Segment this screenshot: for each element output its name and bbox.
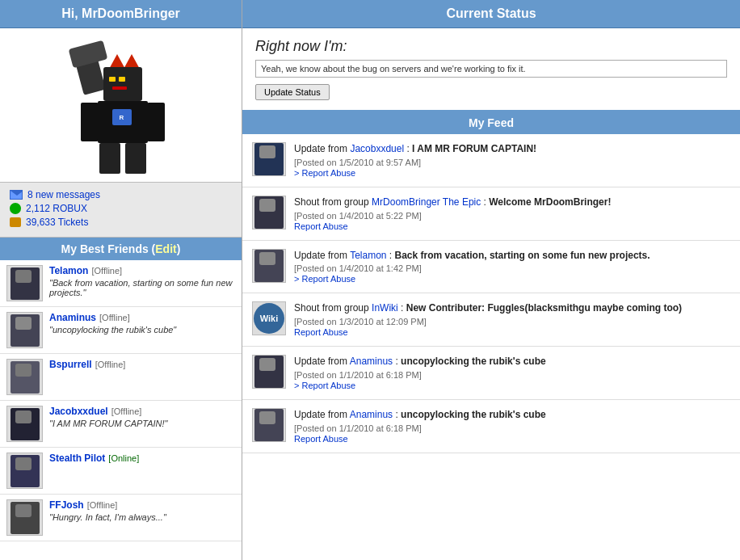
feed-author-link[interactable]: Anaminus	[350, 409, 393, 420]
wiki-icon: Wiki	[254, 303, 284, 334]
feed-separator: :	[398, 302, 406, 314]
feed-avatar: Wiki	[252, 301, 286, 335]
friend-quote: "Back from vacation, starting on some fu…	[49, 278, 235, 297]
report-abuse-link[interactable]: > Report Abuse	[294, 274, 355, 284]
feed-separator: :	[387, 250, 395, 261]
feed-author-link[interactable]: InWiki	[372, 302, 398, 314]
status-section: Right now I'm: Update Status	[242, 28, 740, 112]
feed-date: [Posted on 1/1/2010 at 6:18 PM]	[294, 423, 730, 433]
list-item: Stealth Pilot [Online]	[0, 448, 242, 495]
feed-avatar	[252, 249, 286, 283]
friend-info: Telamon [Offline] "Back from vacation, s…	[49, 265, 235, 297]
robux-stat[interactable]: 2,112 ROBUX	[10, 203, 232, 214]
feed-content: Shout from group MrDoomBringer The Epic …	[294, 196, 730, 232]
feed-author-link[interactable]: Anaminus	[350, 356, 393, 367]
list-item: Update from Telamon : Back from vacation…	[242, 241, 740, 294]
friend-name[interactable]: Bspurrell	[49, 359, 92, 370]
feed-separator: :	[481, 196, 489, 208]
feed-date: [Posted on 1/3/2010 at 12:09 PM]	[294, 317, 730, 326]
feed-avatar	[252, 142, 286, 176]
feed-author-link[interactable]: Jacobxxduel	[350, 143, 404, 154]
feed-text: Update from Anaminus : uncopylocking the…	[294, 355, 730, 368]
robux-amount: 2,112 ROBUX	[26, 203, 87, 214]
feed-separator: :	[393, 409, 401, 420]
list-item: Update from Anaminus : uncopylocking the…	[242, 400, 740, 453]
feed-prefix: Update from	[294, 356, 350, 367]
list-item: Update from Anaminus : uncopylocking the…	[242, 347, 740, 400]
report-abuse-link[interactable]: > Report Abuse	[294, 381, 355, 390]
feed-message: Back from vacation, starting on some fun…	[395, 250, 650, 261]
friends-list: Telamon [Offline] "Back from vacation, s…	[0, 260, 242, 560]
feed-date: [Posted on 1/1/2010 at 6:18 PM]	[294, 370, 730, 380]
messages-count: 8 new messages	[27, 189, 100, 200]
tickets-amount: 39,633 Tickets	[26, 217, 88, 228]
feed-date: [Posted on 1/4/2010 at 5:22 PM]	[294, 211, 730, 221]
friend-name[interactable]: Anaminus	[49, 312, 96, 323]
friend-status: [Offline]	[91, 266, 122, 276]
feed-message: I AM MR FORUM CAPTAIN!	[412, 143, 536, 154]
feed-header: My Feed	[242, 112, 740, 134]
feed-content: Shout from group InWiki : New Contribute…	[294, 301, 730, 338]
feed-message: uncopylocking the rubik's cube	[401, 356, 546, 367]
friend-info: Anaminus [Offline] "uncopylocking the ru…	[49, 312, 235, 335]
feed-content: Update from Anaminus : uncopylocking the…	[294, 408, 730, 444]
feed-date: [Posted on 1/5/2010 at 9:57 AM]	[294, 158, 730, 167]
edit-friends-link[interactable]: Edit	[155, 242, 176, 255]
friend-avatar	[6, 359, 43, 395]
feed-prefix: Update from	[294, 250, 350, 261]
tickets-icon	[10, 217, 21, 227]
friend-name[interactable]: Telamon	[49, 265, 88, 276]
report-abuse-link[interactable]: Report Abuse	[294, 221, 348, 231]
friend-info: Stealth Pilot [Online]	[49, 453, 235, 464]
friend-name[interactable]: Jacobxxduel	[49, 406, 108, 417]
avatar: R	[69, 36, 174, 174]
feed-text: Shout from group InWiki : New Contribute…	[294, 301, 730, 315]
friend-name[interactable]: FFJosh	[49, 499, 84, 511]
feed-content: Update from Jacobxxduel : I AM MR FORUM …	[294, 142, 730, 179]
feed-text: Update from Jacobxxduel : I AM MR FORUM …	[294, 142, 730, 156]
friend-quote: "I AM MR FORUM CAPTAIN!"	[49, 419, 235, 428]
left-panel: Hi, MrDoomBringer	[0, 0, 242, 560]
friend-quote: "Hungry. In fact, I'm always..."	[49, 512, 235, 522]
list-item: Update from Jacobxxduel : I AM MR FORUM …	[242, 134, 740, 187]
report-abuse-link[interactable]: Report Abuse	[294, 434, 348, 444]
tickets-stat[interactable]: 39,633 Tickets	[10, 217, 232, 228]
friend-info: FFJosh [Offline] "Hungry. In fact, I'm a…	[49, 499, 235, 522]
friend-name[interactable]: Stealth Pilot	[49, 453, 105, 464]
feed-list: Update from Jacobxxduel : I AM MR FORUM …	[242, 134, 740, 560]
list-item: Jacobxxduel [Offline] "I AM MR FORUM CAP…	[0, 401, 242, 448]
friend-quote: "uncopylocking the rubik's cube"	[49, 325, 235, 335]
report-abuse-link[interactable]: Report Abuse	[294, 327, 348, 337]
messages-stat[interactable]: 8 new messages	[10, 189, 232, 200]
list-item: Anaminus [Offline] "uncopylocking the ru…	[0, 307, 242, 354]
avatar-area: R	[0, 28, 242, 183]
feed-prefix: Shout from group	[294, 302, 372, 314]
friends-header: My Best Friends (Edit)	[0, 238, 242, 260]
list-item: Bspurrell [Offline]	[0, 354, 242, 401]
friend-info: Jacobxxduel [Offline] "I AM MR FORUM CAP…	[49, 406, 235, 428]
feed-author-link[interactable]: Telamon	[350, 250, 386, 261]
feed-avatar	[252, 408, 286, 442]
feed-author-link[interactable]: MrDoomBringer The Epic	[372, 196, 481, 208]
feed-text: Shout from group MrDoomBringer The Epic …	[294, 196, 730, 209]
friend-status: [Offline]	[111, 406, 142, 416]
friend-status: [Offline]	[87, 500, 118, 510]
feed-date: [Posted on 1/4/2010 at 1:42 PM]	[294, 263, 730, 273]
list-item: Shout from group MrDoomBringer The Epic …	[242, 187, 740, 241]
stats-area: 8 new messages 2,112 ROBUX 39,633 Ticket…	[0, 183, 242, 238]
friend-avatar	[6, 453, 43, 489]
list-item: Wiki Shout from group InWiki : New Contr…	[242, 293, 740, 347]
friend-avatar	[6, 499, 43, 536]
status-input[interactable]	[255, 60, 727, 78]
update-status-button[interactable]: Update Status	[255, 84, 330, 100]
robux-icon	[10, 203, 21, 214]
list-item: FFJosh [Offline] "Hungry. In fact, I'm a…	[0, 495, 242, 541]
list-item: Telamon [Offline] "Back from vacation, s…	[0, 260, 242, 307]
feed-content: Update from Anaminus : uncopylocking the…	[294, 355, 730, 391]
report-abuse-link[interactable]: > Report Abuse	[294, 168, 355, 178]
current-status-header: Current Status	[242, 0, 740, 28]
user-greeting: Hi, MrDoomBringer	[0, 0, 242, 28]
friend-status: [Offline]	[95, 360, 126, 369]
feed-avatar	[252, 196, 286, 229]
right-panel: Current Status Right now I'm: Update Sta…	[242, 0, 740, 560]
